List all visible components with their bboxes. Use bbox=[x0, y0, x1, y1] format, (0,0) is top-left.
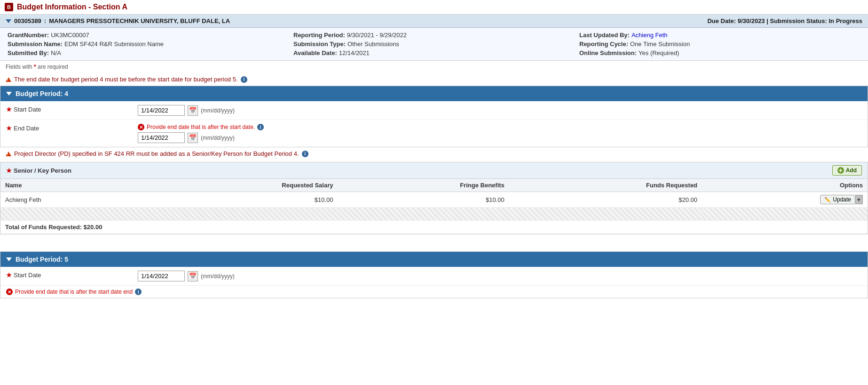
senior-key-table: Name Requested Salary Fringe Benefits Fu… bbox=[0, 179, 868, 234]
add-senior-key-button[interactable]: + Add bbox=[832, 165, 862, 176]
update-button[interactable]: ✏️ Update bbox=[820, 195, 855, 204]
reporting-cycle-row: Reporting Cycle: One Time Submission bbox=[579, 40, 860, 48]
budget-icon: B bbox=[5, 3, 13, 11]
warning-triangle-icon-sk bbox=[6, 152, 11, 156]
start-date-row-bp4: ★ Start Date 📅 (mm/dd/yyyy) bbox=[0, 101, 868, 120]
grant-number-row: GrantNumber: UK3MC00007 bbox=[8, 32, 289, 39]
error-circle-icon-bp5: ✕ bbox=[6, 289, 13, 295]
online-submission-value: Yes (Required) bbox=[639, 49, 679, 56]
submitted-by-row: Submitted By: N/A bbox=[8, 49, 289, 56]
budget-period-5-title: Budget Period: 5 bbox=[16, 256, 68, 263]
budget-period-5-header[interactable]: Budget Period: 5 bbox=[0, 252, 868, 267]
senior-key-header: ★ Senior / Key Person + Add bbox=[0, 162, 868, 179]
end-date-row-bp4: ★ End Date ✕ Provide end date that is af… bbox=[0, 120, 868, 147]
due-status: Due Date: 9/30/2023 | Submission Status:… bbox=[707, 17, 862, 24]
info-icon-bp4-warning[interactable]: i bbox=[241, 76, 247, 83]
col-requested-salary: Requested Salary bbox=[145, 179, 338, 192]
submission-name-label: Submission Name: bbox=[8, 40, 63, 48]
table-row: Achieng Feth $10.00 $10.00 $20.00 ✏️ Upd… bbox=[0, 192, 868, 208]
start-date-label-bp5: ★ Start Date bbox=[6, 271, 138, 279]
row-options: ✏️ Update ▼ bbox=[702, 192, 868, 208]
senior-key-section-label: ★ Senior / Key Person bbox=[6, 167, 71, 174]
start-date-format-bp4: (mm/dd/yyyy) bbox=[201, 107, 235, 114]
grant-number-label: GrantNumber: bbox=[8, 32, 49, 39]
start-date-input-bp5[interactable] bbox=[138, 271, 185, 281]
submission-status-label: Submission Status: bbox=[770, 17, 827, 24]
hatched-cell bbox=[0, 208, 702, 221]
row-fringe-benefits: $10.00 bbox=[338, 192, 509, 208]
hatched-cell-right bbox=[702, 208, 868, 221]
hatched-filler-row bbox=[0, 208, 868, 221]
end-date-format-bp4: (mm/dd/yyyy) bbox=[201, 135, 235, 141]
start-date-field-bp4: 📅 (mm/dd/yyyy) bbox=[138, 105, 862, 116]
budget-period-4-title: Budget Period: 4 bbox=[16, 90, 68, 97]
submission-type-row: Submission Type: Other Submissions bbox=[293, 40, 575, 48]
available-date-row: Available Date: 12/14/2021 bbox=[293, 49, 575, 56]
page-title-bar: B Budget Information - Section A bbox=[0, 0, 868, 15]
start-date-row-bp5: ★ Start Date 📅 (mm/dd/yyyy) bbox=[0, 267, 868, 286]
start-date-field-bp5: 📅 (mm/dd/yyyy) bbox=[138, 271, 862, 281]
start-date-input-bp4[interactable] bbox=[138, 105, 185, 116]
spacer bbox=[0, 234, 868, 244]
col-options: Options bbox=[702, 179, 868, 192]
total-options-cell bbox=[702, 221, 868, 234]
table-header-row: Name Requested Salary Fringe Benefits Fu… bbox=[0, 179, 868, 192]
start-date-calendar-icon-bp5[interactable]: 📅 bbox=[188, 271, 198, 281]
end-date-error-row-bp5: ✕ Provide end date that is after the sta… bbox=[0, 286, 868, 298]
budget-period-5-section: Budget Period: 5 ★ Start Date 📅 (mm/dd/y… bbox=[0, 251, 868, 298]
budget-period-4-warning-text: The end date for budget period 4 must be… bbox=[14, 76, 238, 83]
last-updated-label: Last Updated By: bbox=[579, 32, 630, 39]
end-date-error-text-bp4: Provide end date that is after the start… bbox=[147, 124, 255, 130]
end-date-label-bp4: ★ End Date bbox=[6, 124, 138, 132]
budget-period-4-section: Budget Period: 4 ★ Start Date 📅 (mm/dd/y… bbox=[0, 86, 868, 147]
dropdown-arrow[interactable]: ▼ bbox=[855, 195, 863, 204]
collapse-bp4-icon[interactable] bbox=[6, 92, 12, 96]
last-updated-value: Achieng Feth bbox=[631, 32, 668, 39]
total-value: $20.00 bbox=[84, 224, 103, 231]
due-date-label: Due Date: bbox=[707, 17, 736, 24]
reporting-period-label: Reporting Period: bbox=[293, 32, 345, 39]
grant-details: GrantNumber: UK3MC00007 Reporting Period… bbox=[0, 28, 868, 61]
info-icon-sk-warning[interactable]: i bbox=[302, 151, 308, 157]
row-name: Achieng Feth bbox=[0, 192, 145, 208]
budget-period-4-header[interactable]: Budget Period: 4 bbox=[0, 86, 868, 101]
reporting-cycle-value: One Time Submission bbox=[630, 40, 690, 48]
online-submission-label: Online Submission: bbox=[579, 49, 637, 56]
end-date-error-bp4: ✕ Provide end date that is after the sta… bbox=[138, 124, 862, 130]
grant-header-bar: 00305389 : MANAGERS PRESSOTECHNIK UNIVER… bbox=[0, 15, 868, 28]
end-date-calendar-icon-bp4[interactable]: 📅 bbox=[188, 133, 198, 143]
submission-type-label: Submission Type: bbox=[293, 40, 346, 48]
grant-id: 00305389 bbox=[14, 17, 41, 24]
pencil-icon: ✏️ bbox=[824, 197, 831, 203]
submission-name-row: Submission Name: EDM SF424 R&R Submissio… bbox=[8, 40, 289, 48]
collapse-bp5-icon[interactable] bbox=[6, 257, 12, 261]
start-date-format-bp5: (mm/dd/yyyy) bbox=[201, 273, 235, 280]
error-circle-icon: ✕ bbox=[138, 124, 144, 130]
add-button-label: Add bbox=[846, 167, 857, 174]
reporting-period-value: 9/30/2021 - 9/29/2022 bbox=[347, 32, 407, 39]
due-date-value: 9/30/2023 bbox=[738, 17, 765, 24]
last-updated-row: Last Updated By: Achieng Feth bbox=[579, 32, 860, 39]
row-requested-salary: $10.00 bbox=[145, 192, 338, 208]
available-date-label: Available Date: bbox=[293, 49, 337, 56]
online-submission-row: Online Submission: Yes (Required) bbox=[579, 49, 860, 56]
budget-period-4-warning: The end date for budget period 4 must be… bbox=[0, 73, 868, 86]
start-date-calendar-icon-bp4[interactable]: 📅 bbox=[188, 105, 198, 116]
collapse-grant-icon[interactable] bbox=[6, 19, 11, 23]
grant-organization: MANAGERS PRESSOTECHNIK UNIVERSITY, BLUFF… bbox=[49, 17, 230, 24]
reporting-cycle-label: Reporting Cycle: bbox=[579, 40, 628, 48]
submission-type-value: Other Submissions bbox=[347, 40, 399, 48]
submitted-by-label: Submitted By: bbox=[8, 49, 49, 56]
submission-status-value: In Progress bbox=[829, 17, 862, 24]
senior-key-person-section: ★ Senior / Key Person + Add Name Request… bbox=[0, 162, 868, 234]
total-label: Total of Funds Requested: $20.00 bbox=[0, 221, 702, 234]
end-date-field-bp4: ✕ Provide end date that is after the sta… bbox=[138, 124, 862, 143]
start-date-label-bp4: ★ Start Date bbox=[6, 105, 138, 113]
info-icon-end-date-bp5[interactable]: i bbox=[135, 289, 142, 295]
page-title: Budget Information - Section A bbox=[17, 3, 127, 11]
available-date-value: 12/14/2021 bbox=[339, 49, 370, 56]
end-date-input-bp4[interactable] bbox=[138, 132, 185, 143]
col-funds-requested: Funds Requested bbox=[509, 179, 702, 192]
grant-number-value: UK3MC00007 bbox=[51, 32, 89, 39]
info-icon-end-date-bp4[interactable]: i bbox=[257, 124, 264, 130]
